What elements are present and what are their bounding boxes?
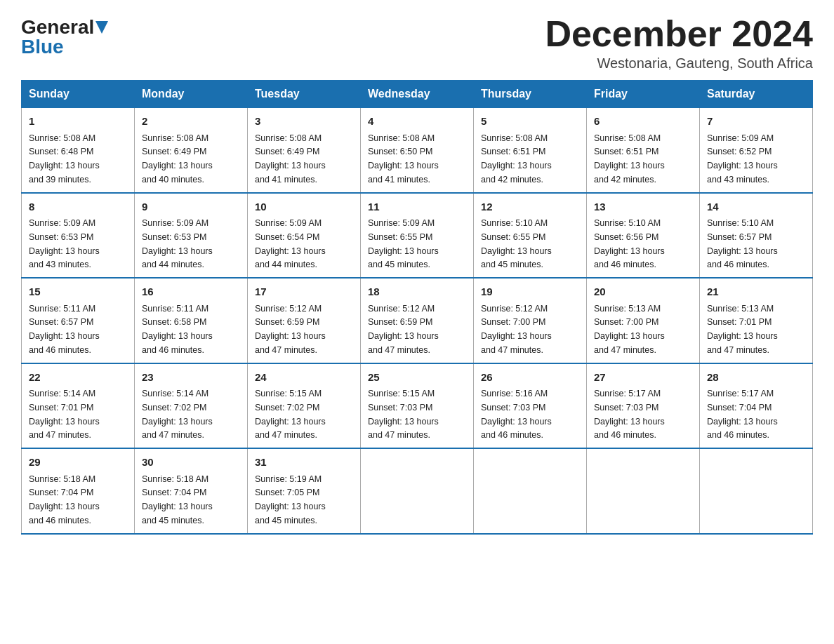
calendar-week-row: 29 Sunrise: 5:18 AMSunset: 7:04 PMDaylig… <box>22 448 813 534</box>
table-row: 5 Sunrise: 5:08 AMSunset: 6:51 PMDayligh… <box>474 108 587 193</box>
day-number: 3 <box>255 114 353 130</box>
table-row: 28 Sunrise: 5:17 AMSunset: 7:04 PMDaylig… <box>700 363 813 449</box>
day-info: Sunrise: 5:19 AMSunset: 7:05 PMDaylight:… <box>255 474 326 525</box>
table-row: 12 Sunrise: 5:10 AMSunset: 6:55 PMDaylig… <box>474 193 587 279</box>
calendar-header-row: Sunday Monday Tuesday Wednesday Thursday… <box>22 81 813 108</box>
table-row: 31 Sunrise: 5:19 AMSunset: 7:05 PMDaylig… <box>248 448 361 534</box>
day-number: 28 <box>707 370 805 386</box>
day-info: Sunrise: 5:08 AMSunset: 6:49 PMDaylight:… <box>142 133 213 185</box>
day-info: Sunrise: 5:18 AMSunset: 7:04 PMDaylight:… <box>29 474 100 525</box>
table-row: 8 Sunrise: 5:09 AMSunset: 6:53 PMDayligh… <box>22 193 135 279</box>
day-number: 29 <box>29 455 127 471</box>
location: Westonaria, Gauteng, South Africa <box>545 55 813 72</box>
day-number: 23 <box>142 370 240 386</box>
day-number: 31 <box>255 455 353 471</box>
table-row: 25 Sunrise: 5:15 AMSunset: 7:03 PMDaylig… <box>361 363 474 449</box>
table-row: 21 Sunrise: 5:13 AMSunset: 7:01 PMDaylig… <box>700 278 813 363</box>
table-row: 27 Sunrise: 5:17 AMSunset: 7:03 PMDaylig… <box>587 363 700 449</box>
day-info: Sunrise: 5:13 AMSunset: 7:00 PMDaylight:… <box>594 304 665 355</box>
logo-triangle-icon <box>95 21 108 34</box>
day-number: 27 <box>594 370 692 386</box>
day-info: Sunrise: 5:15 AMSunset: 7:02 PMDaylight:… <box>255 389 326 440</box>
col-wednesday: Wednesday <box>361 81 474 108</box>
day-number: 19 <box>481 284 579 300</box>
day-info: Sunrise: 5:08 AMSunset: 6:51 PMDaylight:… <box>594 133 665 185</box>
table-row: 16 Sunrise: 5:11 AMSunset: 6:58 PMDaylig… <box>135 278 248 363</box>
col-tuesday: Tuesday <box>248 81 361 108</box>
day-number: 14 <box>707 199 805 215</box>
table-row: 9 Sunrise: 5:09 AMSunset: 6:53 PMDayligh… <box>135 193 248 279</box>
title-block: December 2024 Westonaria, Gauteng, South… <box>545 14 813 72</box>
day-info: Sunrise: 5:08 AMSunset: 6:50 PMDaylight:… <box>368 133 439 185</box>
col-thursday: Thursday <box>474 81 587 108</box>
day-info: Sunrise: 5:15 AMSunset: 7:03 PMDaylight:… <box>368 389 439 440</box>
day-number: 7 <box>707 114 805 130</box>
col-saturday: Saturday <box>700 81 813 108</box>
table-row: 2 Sunrise: 5:08 AMSunset: 6:49 PMDayligh… <box>135 108 248 193</box>
day-info: Sunrise: 5:09 AMSunset: 6:52 PMDaylight:… <box>707 133 778 185</box>
day-info: Sunrise: 5:09 AMSunset: 6:55 PMDaylight:… <box>368 218 439 269</box>
day-number: 13 <box>594 199 692 215</box>
day-number: 20 <box>594 284 692 300</box>
svg-marker-0 <box>95 21 108 34</box>
table-row: 1 Sunrise: 5:08 AMSunset: 6:48 PMDayligh… <box>22 108 135 193</box>
table-row: 3 Sunrise: 5:08 AMSunset: 6:49 PMDayligh… <box>248 108 361 193</box>
table-row: 24 Sunrise: 5:15 AMSunset: 7:02 PMDaylig… <box>248 363 361 449</box>
table-row: 20 Sunrise: 5:13 AMSunset: 7:00 PMDaylig… <box>587 278 700 363</box>
day-info: Sunrise: 5:12 AMSunset: 7:00 PMDaylight:… <box>481 304 552 355</box>
day-info: Sunrise: 5:12 AMSunset: 6:59 PMDaylight:… <box>255 304 326 355</box>
day-info: Sunrise: 5:10 AMSunset: 6:57 PMDaylight:… <box>707 218 778 269</box>
calendar-week-row: 22 Sunrise: 5:14 AMSunset: 7:01 PMDaylig… <box>22 363 813 449</box>
day-number: 10 <box>255 199 353 215</box>
table-row: 13 Sunrise: 5:10 AMSunset: 6:56 PMDaylig… <box>587 193 700 279</box>
day-number: 25 <box>368 370 466 386</box>
day-info: Sunrise: 5:08 AMSunset: 6:51 PMDaylight:… <box>481 133 552 185</box>
calendar-week-row: 1 Sunrise: 5:08 AMSunset: 6:48 PMDayligh… <box>22 108 813 193</box>
day-number: 8 <box>29 199 127 215</box>
day-info: Sunrise: 5:08 AMSunset: 6:48 PMDaylight:… <box>29 133 100 185</box>
logo: General Blue <box>21 18 108 58</box>
day-number: 6 <box>594 114 692 130</box>
day-number: 21 <box>707 284 805 300</box>
table-row: 26 Sunrise: 5:16 AMSunset: 7:03 PMDaylig… <box>474 363 587 449</box>
calendar-week-row: 8 Sunrise: 5:09 AMSunset: 6:53 PMDayligh… <box>22 193 813 279</box>
day-info: Sunrise: 5:11 AMSunset: 6:57 PMDaylight:… <box>29 304 100 355</box>
col-friday: Friday <box>587 81 700 108</box>
day-number: 24 <box>255 370 353 386</box>
day-info: Sunrise: 5:10 AMSunset: 6:56 PMDaylight:… <box>594 218 665 269</box>
table-row <box>587 448 700 534</box>
day-info: Sunrise: 5:18 AMSunset: 7:04 PMDaylight:… <box>142 474 213 525</box>
day-number: 2 <box>142 114 240 130</box>
col-monday: Monday <box>135 81 248 108</box>
day-info: Sunrise: 5:11 AMSunset: 6:58 PMDaylight:… <box>142 304 213 355</box>
table-row <box>474 448 587 534</box>
day-number: 1 <box>29 114 127 130</box>
table-row: 10 Sunrise: 5:09 AMSunset: 6:54 PMDaylig… <box>248 193 361 279</box>
day-number: 26 <box>481 370 579 386</box>
day-number: 17 <box>255 284 353 300</box>
day-info: Sunrise: 5:09 AMSunset: 6:53 PMDaylight:… <box>29 218 100 269</box>
table-row: 15 Sunrise: 5:11 AMSunset: 6:57 PMDaylig… <box>22 278 135 363</box>
table-row: 6 Sunrise: 5:08 AMSunset: 6:51 PMDayligh… <box>587 108 700 193</box>
day-info: Sunrise: 5:09 AMSunset: 6:54 PMDaylight:… <box>255 218 326 269</box>
table-row: 11 Sunrise: 5:09 AMSunset: 6:55 PMDaylig… <box>361 193 474 279</box>
table-row: 18 Sunrise: 5:12 AMSunset: 6:59 PMDaylig… <box>361 278 474 363</box>
table-row: 22 Sunrise: 5:14 AMSunset: 7:01 PMDaylig… <box>22 363 135 449</box>
table-row: 23 Sunrise: 5:14 AMSunset: 7:02 PMDaylig… <box>135 363 248 449</box>
day-number: 30 <box>142 455 240 471</box>
day-info: Sunrise: 5:14 AMSunset: 7:02 PMDaylight:… <box>142 389 213 440</box>
logo-general: General <box>21 18 94 37</box>
table-row: 7 Sunrise: 5:09 AMSunset: 6:52 PMDayligh… <box>700 108 813 193</box>
table-row: 4 Sunrise: 5:08 AMSunset: 6:50 PMDayligh… <box>361 108 474 193</box>
day-info: Sunrise: 5:14 AMSunset: 7:01 PMDaylight:… <box>29 389 100 440</box>
table-row: 30 Sunrise: 5:18 AMSunset: 7:04 PMDaylig… <box>135 448 248 534</box>
day-info: Sunrise: 5:12 AMSunset: 6:59 PMDaylight:… <box>368 304 439 355</box>
day-number: 5 <box>481 114 579 130</box>
day-number: 16 <box>142 284 240 300</box>
day-number: 11 <box>368 199 466 215</box>
table-row: 29 Sunrise: 5:18 AMSunset: 7:04 PMDaylig… <box>22 448 135 534</box>
day-number: 9 <box>142 199 240 215</box>
calendar-week-row: 15 Sunrise: 5:11 AMSunset: 6:57 PMDaylig… <box>22 278 813 363</box>
table-row: 14 Sunrise: 5:10 AMSunset: 6:57 PMDaylig… <box>700 193 813 279</box>
table-row <box>361 448 474 534</box>
